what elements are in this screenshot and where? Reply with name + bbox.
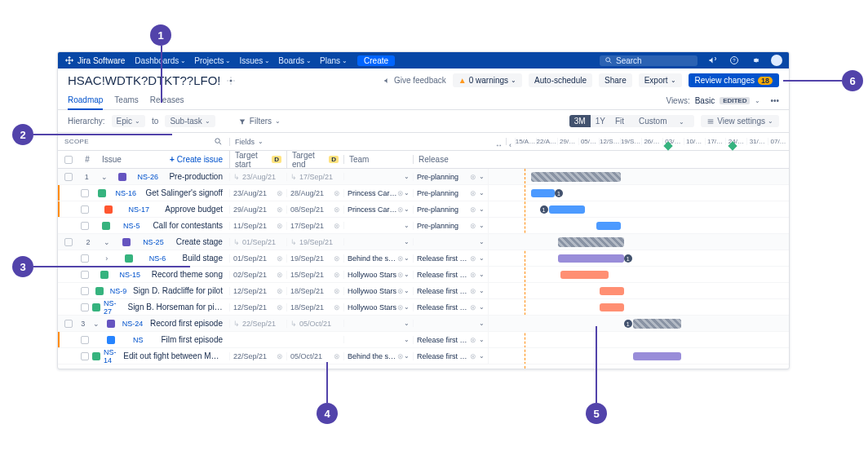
team-cell[interactable]: ⌄ [343, 222, 413, 229]
clear-date-icon[interactable]: ⊗ [277, 189, 283, 197]
create-issue-button[interactable]: + Create issue [170, 155, 223, 164]
date-cell[interactable]: ↳19/Sep/21 [286, 238, 343, 246]
team-cell[interactable]: Hollywoo Stars⊗⌄ [343, 287, 413, 295]
date-cell[interactable]: ↳22/Sep/21 [229, 320, 286, 328]
clear-release-icon[interactable]: ⊗ [470, 205, 476, 214]
issue-key[interactable]: NS-6 [149, 254, 166, 263]
team-cell[interactable]: Behind the scen…⊗⌄ [343, 254, 413, 263]
issue-key[interactable]: NS-9 [110, 287, 127, 295]
nav-issues[interactable]: Issues ⌄ [239, 56, 270, 65]
gantt-bar[interactable] [531, 189, 555, 197]
issue-summary[interactable]: Call for contestants [153, 221, 223, 230]
row-checkbox[interactable] [64, 173, 73, 181]
tab-roadmap[interactable]: Roadmap [68, 92, 103, 109]
date-cell[interactable]: 15/Sep/21⊗ [286, 271, 343, 279]
clear-team-icon[interactable]: ⊗ [397, 205, 404, 214]
issue-summary[interactable]: Edit out fight between MPB and … [123, 351, 223, 360]
date-cell[interactable]: 19/Sep/21⊗ [286, 254, 343, 263]
dependency-badge[interactable]: 1 [540, 205, 548, 214]
row-checkbox[interactable] [81, 189, 89, 197]
issue-summary[interactable]: Approve budget [165, 205, 223, 214]
team-cell[interactable]: Hollywoo Stars⊗⌄ [343, 303, 413, 311]
row-checkbox[interactable] [81, 205, 89, 214]
team-cell[interactable]: Behind the scen…⊗⌄ [343, 352, 413, 360]
date-cell[interactable]: 29/Aug/21⊗ [229, 205, 286, 214]
give-feedback-link[interactable]: Give feedback [383, 76, 446, 85]
clear-date-icon[interactable]: ⊗ [277, 352, 283, 360]
gantt-bar[interactable] [600, 287, 623, 295]
share-button[interactable]: Share [599, 73, 632, 87]
gantt-bar[interactable] [549, 205, 585, 214]
date-cell[interactable]: 11/Sep/21⊗ [229, 222, 286, 230]
gantt-bar[interactable] [558, 254, 624, 263]
date-cell[interactable]: 12/Sep/21⊗ [229, 303, 286, 311]
target-end-column[interactable]: Target end D [286, 151, 343, 169]
gantt-bar[interactable] [596, 222, 620, 230]
issue-key[interactable]: NS-24 [122, 320, 144, 328]
search-scope-icon[interactable] [214, 137, 223, 146]
timeline-cell[interactable] [488, 234, 789, 250]
team-cell[interactable]: ⌄ [343, 320, 413, 327]
dependency-badge[interactable]: 1 [624, 320, 632, 328]
clear-team-icon[interactable]: ⊗ [397, 352, 404, 360]
issue-key[interactable]: NS-27 [104, 299, 124, 316]
issue-summary[interactable]: Create stage [176, 237, 223, 246]
release-cell[interactable]: Release first epi…⊗⌄ [413, 336, 488, 344]
clear-date-icon[interactable]: ⊗ [277, 222, 283, 230]
expand-icon[interactable]: ⌄ [101, 173, 108, 181]
release-column[interactable]: Release [413, 155, 488, 164]
release-cell[interactable]: Release first epi…⊗⌄ [413, 271, 488, 279]
issue-summary[interactable]: Record theme song [152, 270, 223, 279]
gantt-bar[interactable] [560, 271, 609, 279]
gantt-bar[interactable] [633, 352, 681, 360]
view-settings-button[interactable]: View settings ⌄ [701, 115, 779, 127]
date-cell[interactable]: 28/Aug/21⊗ [286, 189, 343, 197]
clear-release-icon[interactable]: ⊗ [470, 352, 476, 360]
auto-schedule-button[interactable]: Auto-schedule [529, 73, 592, 87]
timescale-fit[interactable]: Fit [610, 115, 629, 127]
without-parent-group[interactable]: ⌄ 0 issues without parent [68, 368, 779, 369]
date-cell[interactable]: ↳05/Oct/21 [286, 320, 343, 328]
clear-date-icon[interactable]: ⊗ [334, 352, 340, 360]
clear-date-icon[interactable]: ⊗ [277, 303, 283, 311]
row-checkbox[interactable] [64, 320, 73, 328]
dependency-badge[interactable]: 1 [624, 254, 632, 263]
clear-team-icon[interactable]: ⊗ [397, 303, 404, 311]
timeline-prev-icon[interactable]: ‹ [509, 141, 512, 149]
date-cell[interactable]: 01/Sep/21⊗ [229, 254, 286, 263]
issue-row[interactable]: ›NS-6Build stage01/Sep/21⊗19/Sep/21⊗Behi… [58, 250, 789, 267]
date-cell[interactable]: 17/Sep/21⊗ [286, 222, 343, 230]
team-cell[interactable]: Princess Carolin…⊗⌄ [343, 189, 413, 197]
issue-row[interactable]: NSFilm first episode⌄Release first epi…⊗… [58, 332, 789, 348]
team-cell[interactable]: ⌄ [343, 238, 413, 245]
release-cell[interactable]: Pre-planning⊗⌄ [413, 222, 488, 230]
timescale-custom[interactable]: Custom ⌄ [629, 115, 694, 127]
clear-release-icon[interactable]: ⊗ [470, 222, 476, 230]
row-checkbox[interactable] [81, 336, 89, 344]
select-all-checkbox[interactable] [64, 156, 73, 164]
timeline-cell[interactable]: 1 [488, 185, 789, 201]
issue-key[interactable]: NS [133, 336, 144, 344]
hierarchy-to-select[interactable]: Sub-task ⌄ [165, 115, 215, 127]
date-cell[interactable]: 22/Sep/21⊗ [229, 352, 286, 360]
release-cell[interactable]: Release first epi…⊗⌄ [413, 287, 488, 295]
timeline-cell[interactable]: 1 [488, 201, 789, 217]
timeline-cell[interactable] [488, 169, 789, 184]
issue-key[interactable]: NS-25 [143, 238, 164, 246]
nav-projects[interactable]: Projects ⌄ [194, 56, 231, 65]
team-cell[interactable]: Hollywoo Stars⊗⌄ [343, 271, 413, 279]
timescale-1y[interactable]: 1Y [591, 115, 610, 127]
gantt-bar[interactable] [633, 319, 681, 329]
issue-key[interactable]: NS-5 [123, 222, 140, 230]
release-cell[interactable]: ⌄ [413, 320, 488, 327]
team-column[interactable]: Team [343, 155, 413, 164]
clear-date-icon[interactable]: ⊗ [334, 303, 340, 311]
tab-releases[interactable]: Releases [150, 92, 184, 109]
issue-summary[interactable]: Sign B. Horseman for pilot [127, 303, 223, 311]
team-cell[interactable]: ⌄ [343, 336, 413, 343]
clear-date-icon[interactable]: ⊗ [334, 205, 340, 214]
nav-boards[interactable]: Boards ⌄ [278, 56, 312, 65]
timeline-cell[interactable] [488, 283, 789, 298]
views-dropdown[interactable]: ⌄ [755, 97, 760, 104]
date-cell[interactable]: 18/Sep/21⊗ [286, 287, 343, 295]
